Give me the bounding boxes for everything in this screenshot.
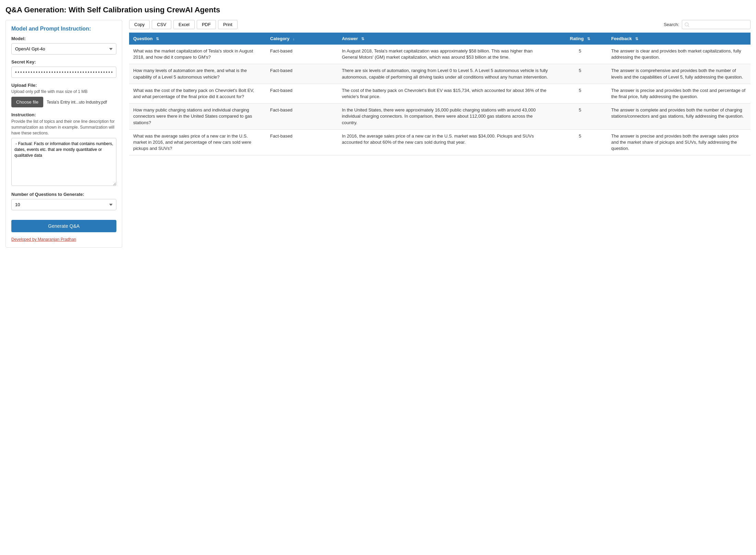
table-row: What was the average sales price of a ne… [129,129,751,155]
table-row: How many levels of automation are there,… [129,64,751,84]
table-row: What was the market capitalization of Te… [129,45,751,64]
sort-icon-feedback: ⇅ [635,37,638,41]
cell-rating: 5 [553,129,607,155]
table-buttons: Copy CSV Excel PDF Print [129,20,238,29]
cell-answer: There are six levels of automation, rang… [338,64,553,84]
cell-answer: In August 2018, Tesla's market capitaliz… [338,45,553,64]
table-row: What was the cost of the battery pack on… [129,84,751,103]
page-title: Q&A Generation: With Self Calibration us… [5,5,751,14]
secret-key-label: Secret Key: [11,59,116,64]
left-panel: Model and Prompt Instruction: Model: Ope… [5,20,122,248]
cell-feedback: The answer is clear and provides both ma… [607,45,751,64]
num-questions-field-group: Number of Questions to Generate: 5 10 15… [11,192,116,210]
table-body: What was the market capitalization of Te… [129,45,751,155]
search-input-wrap [682,20,751,29]
file-name: Tesla's Entry int...uto Industry.pdf [47,100,107,105]
cell-question: How many levels of automation are there,… [129,64,266,84]
upload-field-group: Upload File: Upload only pdf file with m… [11,83,116,107]
cell-category: Fact-based [266,104,338,130]
upload-sublabel: Upload only pdf file with max size of 1 … [11,89,116,94]
cell-question: What was the average sales price of a ne… [129,129,266,155]
table-header-row: Question ⇅ Category ↓ Answer ⇅ Rating ⇅ [129,33,751,45]
generate-qa-button[interactable]: Generate Q&A [11,220,116,232]
column-header-rating[interactable]: Rating ⇅ [553,33,607,45]
num-questions-label: Number of Questions to Generate: [11,192,116,197]
cell-feedback: The answer is precise and provides both … [607,129,751,155]
sort-icon-rating: ⇅ [587,37,590,41]
cell-category: Fact-based [266,45,338,64]
file-row: Choose file Tesla's Entry int...uto Indu… [11,97,116,107]
column-header-category[interactable]: Category ↓ [266,33,338,45]
print-button[interactable]: Print [218,20,238,29]
cell-answer: In the United States, there were approxi… [338,104,553,130]
model-field-group: Model: OpenAI Gpt-4o OpenAI Gpt-3.5 Gemi… [11,36,116,55]
instruction-textarea[interactable]: - Factual: Facts or information that con… [11,138,116,186]
cell-answer: The cost of the battery pack on Chevrole… [338,84,553,103]
instruction-field-group: Instruction: Provide the list of topics … [11,112,116,187]
cell-answer: In 2016, the average sales price of a ne… [338,129,553,155]
num-questions-select[interactable]: 5 10 15 20 [11,199,116,210]
sort-icon-question: ⇅ [156,37,159,41]
svg-line-1 [688,26,689,27]
secret-key-input[interactable] [11,67,116,78]
search-icon [685,22,689,27]
table-row: How many public charging stations and in… [129,104,751,130]
cell-question: How many public charging stations and in… [129,104,266,130]
cell-category: Fact-based [266,64,338,84]
cell-rating: 5 [553,45,607,64]
model-label: Model: [11,36,116,41]
dev-credit-link[interactable]: Developed by Manaranjan Pradhan [11,237,76,242]
cell-rating: 5 [553,64,607,84]
cell-question: What was the cost of the battery pack on… [129,84,266,103]
instruction-label: Instruction: [11,112,116,117]
cell-feedback: The answer is complete and provides both… [607,104,751,130]
cell-category: Fact-based [266,129,338,155]
pdf-button[interactable]: PDF [197,20,216,29]
cell-feedback: The answer is precise and provides both … [607,84,751,103]
search-area: Search: [664,20,751,29]
instruction-sublabel: Provide the list of topics and their one… [11,119,116,136]
csv-button[interactable]: CSV [152,20,171,29]
cell-question: What was the market capitalization of Te… [129,45,266,64]
secret-key-field-group: Secret Key: [11,59,116,78]
model-select[interactable]: OpenAI Gpt-4o OpenAI Gpt-3.5 Gemini Pro [11,43,116,55]
column-header-answer[interactable]: Answer ⇅ [338,33,553,45]
right-panel: Copy CSV Excel PDF Print Search: [129,20,751,155]
column-header-feedback[interactable]: Feedback ⇅ [607,33,751,45]
cell-category: Fact-based [266,84,338,103]
choose-file-button[interactable]: Choose file [11,97,43,107]
upload-label: Upload File: [11,83,116,88]
excel-button[interactable]: Excel [173,20,195,29]
cell-feedback: The answer is comprehensive and provides… [607,64,751,84]
dev-credit: Developed by Manaranjan Pradhan [11,237,116,242]
search-input[interactable] [682,20,751,29]
table-toolbar: Copy CSV Excel PDF Print Search: [129,20,751,29]
sort-icon-answer: ⇅ [361,37,364,41]
section-title: Model and Prompt Instruction: [11,26,116,32]
column-header-question[interactable]: Question ⇅ [129,33,266,45]
search-label: Search: [664,22,679,27]
cell-rating: 5 [553,104,607,130]
copy-button[interactable]: Copy [129,20,150,29]
qa-table: Question ⇅ Category ↓ Answer ⇅ Rating ⇅ [129,33,751,155]
cell-rating: 5 [553,84,607,103]
sort-icon-category: ↓ [293,37,295,41]
